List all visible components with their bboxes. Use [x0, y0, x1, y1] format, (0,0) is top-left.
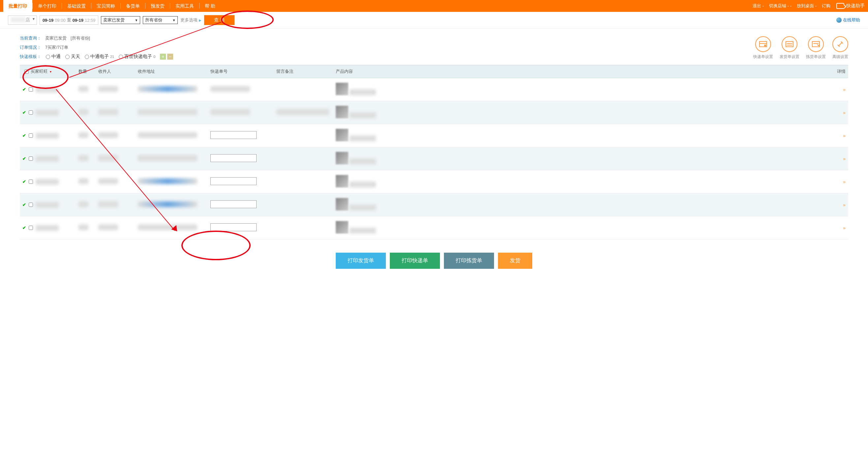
check-icon: ✔ — [23, 133, 26, 138]
row-checkbox[interactable] — [29, 203, 33, 207]
expand-row-button[interactable]: » — [843, 87, 845, 92]
triangle-right-icon: ▶ — [199, 19, 202, 22]
main-content: 当前查询： 卖家已发货 [所有省份] 订单情况： 7买家/7订单 快递模板： 中… — [0, 29, 868, 275]
tracking-input[interactable] — [210, 154, 256, 162]
courier-template-row: 快递模板： 中通 天天 中通电子21 百世快递电子0 + − — [20, 54, 848, 60]
check-icon: ✔ — [23, 225, 26, 230]
template-add-button[interactable]: + — [160, 54, 166, 60]
config-dispatch-sheet[interactable]: 发货单设置 — [780, 36, 799, 60]
product-thumbnail — [336, 83, 348, 95]
table-row: ✔ » — [20, 101, 848, 124]
template-remove-button[interactable]: − — [167, 54, 173, 60]
config-express-sheet[interactable]: 快递单设置 — [753, 36, 773, 60]
expand-row-button[interactable]: » — [843, 156, 845, 161]
check-icon: ✔ — [23, 179, 26, 184]
col-detail: 详情 — [829, 65, 848, 78]
col-qty: 数量 — [76, 65, 96, 78]
tab-single-print[interactable]: 单个打印 — [33, 0, 62, 12]
status-select[interactable]: 卖家已发货▼ — [101, 16, 140, 24]
tracking-input[interactable] — [210, 200, 256, 208]
print-dispatch-button[interactable]: 打印发货单 — [336, 253, 386, 269]
col-buyer: 买家旺旺 — [31, 69, 48, 74]
tab-product-alias[interactable]: 宝贝简称 — [91, 0, 120, 12]
chevron-down-icon: ▼ — [134, 19, 138, 22]
expand-row-button[interactable]: » — [843, 202, 845, 207]
row-checkbox[interactable] — [29, 87, 33, 92]
table-row: ✔ » — [20, 147, 848, 170]
table-row: ✔ » — [20, 193, 848, 216]
table-row: ✔ » — [20, 78, 848, 101]
top-nav: 批量打印 单个打印 基础设置 宝贝简称 备货单 预发货 实用工具 帮 助 退出 … — [0, 0, 868, 12]
col-remark: 留言备注 — [274, 65, 333, 78]
config-advanced[interactable]: 高级设置 — [832, 36, 848, 60]
product-thumbnail — [336, 198, 348, 210]
product-thumbnail — [336, 221, 348, 234]
row-checkbox[interactable] — [29, 179, 33, 184]
expand-row-button[interactable]: » — [843, 179, 845, 184]
col-address: 收件地址 — [135, 65, 208, 78]
online-help-link[interactable]: 在线帮助 — [836, 17, 860, 23]
tab-tools[interactable]: 实用工具 — [170, 0, 199, 12]
table-row: ✔ » — [20, 216, 848, 239]
tab-stock-list[interactable]: 备货单 — [121, 0, 145, 12]
tracking-input[interactable] — [210, 177, 256, 185]
action-button-row: 打印发货单 打印快递单 打印拣货单 发货 — [20, 253, 848, 269]
tab-help[interactable]: 帮 助 — [199, 0, 221, 12]
template-radio-tiantian[interactable]: 天天 — [65, 54, 80, 60]
col-tracking: 快递单号 — [208, 65, 274, 78]
row-checkbox[interactable] — [29, 133, 33, 138]
desktop-link[interactable]: 放到桌面 - — [794, 3, 819, 9]
province-select[interactable]: 所有省份▼ — [143, 16, 178, 24]
product-thumbnail — [336, 129, 348, 141]
print-express-button[interactable]: 打印快递单 — [390, 253, 440, 269]
tab-basic-settings[interactable]: 基础设置 — [62, 0, 91, 12]
orders-table: 买家旺旺 ▾ 数量 收件人 收件地址 快递单号 留言备注 产品内容 详情 ✔ »… — [20, 65, 848, 239]
product-thumbnail — [336, 175, 348, 188]
switch-shop-link[interactable]: 切换店铺 - - — [767, 3, 794, 9]
tracking-input[interactable] — [210, 223, 256, 231]
svg-point-2 — [764, 44, 766, 46]
col-recipient: 收件人 — [96, 65, 135, 78]
svg-rect-3 — [786, 41, 793, 47]
template-radio-zhongtong-e[interactable]: 中通电子21 — [85, 54, 114, 60]
template-radio-baishi-e[interactable]: 百世快递电子0 — [119, 54, 155, 60]
expand-row-button[interactable]: » — [843, 133, 845, 138]
row-checkbox[interactable] — [29, 226, 33, 230]
query-button[interactable]: 查 询 — [204, 15, 235, 25]
logout-link[interactable]: 退出 - — [750, 3, 767, 9]
config-icon-row: 快递单设置 发货单设置 拣货单设置 高级设置 — [753, 36, 848, 60]
print-pick-button[interactable]: 打印拣货单 — [444, 253, 494, 269]
select-all-checkbox[interactable] — [24, 69, 29, 74]
globe-icon — [836, 18, 842, 23]
check-icon: ✔ — [23, 110, 26, 115]
config-pick-sheet[interactable]: 拣货单设置 — [806, 36, 826, 60]
check-icon: ✔ — [23, 87, 26, 92]
product-thumbnail — [336, 106, 348, 118]
expand-row-button[interactable]: » — [843, 225, 845, 231]
product-thumbnail — [336, 152, 348, 164]
brand-logo: 快递助手 — [833, 3, 865, 9]
subscribe-link[interactable]: 订购 — [819, 3, 833, 9]
row-checkbox[interactable] — [29, 157, 33, 161]
brand-text: 快递助手 — [846, 3, 865, 9]
col-product: 产品内容 — [333, 65, 829, 78]
ship-button[interactable]: 发货 — [498, 253, 532, 269]
table-row: ✔ » — [20, 170, 848, 193]
filter-bar: 店 09-19 09:00 至 09-19 12:59 卖家已发货▼ 所有省份▼… — [0, 12, 868, 29]
shop-selector[interactable]: 店 — [8, 15, 37, 25]
tab-batch-print[interactable]: 批量打印 — [3, 0, 32, 12]
order-summary-row: 订单情况： 7买家/7订单 — [20, 44, 848, 50]
row-checkbox[interactable] — [29, 110, 33, 115]
check-icon: ✔ — [23, 202, 26, 207]
chevron-down-icon: ▼ — [172, 19, 176, 22]
check-icon: ✔ — [23, 156, 26, 161]
more-options-link[interactable]: 更多选项▶ — [180, 17, 202, 23]
date-range-picker[interactable]: 09-19 09:00 至 09-19 12:59 — [39, 15, 99, 25]
template-radio-zhongtong[interactable]: 中通 — [46, 54, 61, 60]
tab-pre-ship[interactable]: 预发货 — [146, 0, 170, 12]
tracking-input[interactable] — [210, 131, 256, 139]
expand-row-button[interactable]: » — [843, 110, 845, 115]
logo-icon — [836, 3, 844, 9]
table-row: ✔ » — [20, 124, 848, 147]
sort-icon[interactable]: ▾ — [50, 70, 52, 73]
